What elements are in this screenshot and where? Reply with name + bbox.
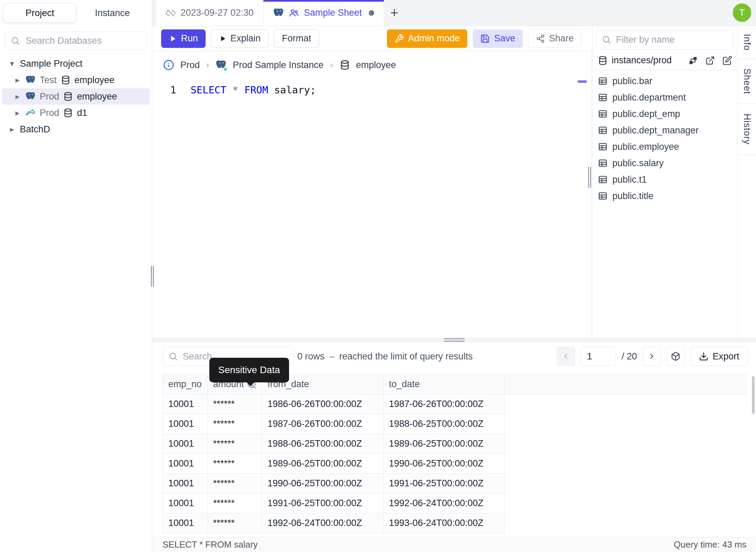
admin-mode-button[interactable]: Admin mode bbox=[387, 29, 468, 48]
export-button[interactable]: Export bbox=[690, 347, 748, 366]
tab-info[interactable]: Info bbox=[738, 26, 756, 59]
caret-right-icon[interactable]: ▸ bbox=[8, 124, 16, 134]
format-button[interactable]: Format bbox=[274, 29, 319, 48]
tree-item-sample-project[interactable]: ▾ Sample Project bbox=[2, 55, 150, 72]
tree-item-test-employee[interactable]: ▸ Test employee bbox=[2, 72, 150, 88]
page-number-input[interactable] bbox=[581, 347, 616, 366]
caret-down-icon[interactable]: ▾ bbox=[8, 59, 16, 68]
cell-filler bbox=[505, 454, 747, 474]
cell-to-date: 1989-06-25T00:00:00Z bbox=[383, 434, 505, 454]
tab-history[interactable]: History bbox=[738, 104, 756, 155]
project-label: BatchD bbox=[20, 124, 50, 135]
sheet-tab-sample-sheet[interactable]: Sample Sheet bbox=[263, 0, 384, 26]
tree-item-prod-d1[interactable]: ▸ Prod d1 bbox=[2, 105, 150, 121]
save-button[interactable]: Save bbox=[473, 29, 523, 48]
edit-icon[interactable] bbox=[722, 56, 732, 65]
table-row[interactable]: 10001 ****** 1988-06-25T00:00:00Z 1989-0… bbox=[163, 434, 747, 454]
tab-instance[interactable]: Instance bbox=[76, 3, 148, 23]
save-icon bbox=[480, 34, 490, 43]
table-list-item[interactable]: public.dept_manager bbox=[592, 122, 738, 139]
tab-sheet[interactable]: Sheet bbox=[738, 59, 756, 104]
results-divider bbox=[152, 337, 756, 343]
table-list-item[interactable]: public.employee bbox=[592, 139, 738, 155]
table-list-item[interactable]: public.dept_emp bbox=[592, 106, 738, 122]
new-tab-button[interactable]: + bbox=[384, 0, 405, 26]
results-status-bar: SELECT * FROM salary Query time: 43 ms bbox=[152, 537, 756, 552]
cell-amount-masked: ****** bbox=[208, 474, 262, 494]
cell-emp-no: 10001 bbox=[163, 494, 208, 513]
database-search[interactable] bbox=[5, 31, 147, 50]
table-name: public.dept_emp bbox=[612, 109, 680, 119]
cell-amount-masked: ****** bbox=[208, 454, 262, 474]
database-label: employee bbox=[77, 91, 117, 102]
cell-filler bbox=[505, 414, 747, 434]
info-icon[interactable] bbox=[163, 60, 174, 70]
tree-item-prod-employee[interactable]: ▸ Prod employee bbox=[2, 88, 150, 105]
results-resize-handle[interactable] bbox=[444, 338, 465, 343]
left-sidebar: Project Instance ▾ Sample Project ▸ Test… bbox=[0, 0, 152, 552]
table-icon bbox=[598, 109, 608, 119]
database-label: d1 bbox=[77, 108, 87, 118]
project-tree: ▾ Sample Project ▸ Test employee ▸ Prod … bbox=[0, 55, 152, 137]
next-page-button[interactable] bbox=[642, 347, 661, 366]
sidebar-resize-handle[interactable] bbox=[151, 266, 154, 287]
share-button[interactable]: Share bbox=[528, 29, 582, 48]
schema-panel-resize-handle[interactable] bbox=[588, 167, 591, 188]
table-row[interactable]: 10001 ****** 1989-06-25T00:00:00Z 1990-0… bbox=[163, 454, 747, 474]
tree-item-batchd[interactable]: ▸ BatchD bbox=[2, 121, 150, 137]
cell-amount-masked: ****** bbox=[208, 513, 262, 533]
table-list-item[interactable]: public.department bbox=[592, 89, 738, 106]
vertical-scrollbar[interactable] bbox=[752, 376, 755, 414]
cell-from-date: 1992-06-24T00:00:00Z bbox=[262, 513, 383, 533]
cell-from-date: 1986-06-26T00:00:00Z bbox=[262, 394, 383, 414]
cell-to-date: 1987-06-26T00:00:00Z bbox=[383, 394, 505, 414]
table-row[interactable]: 10001 ****** 1991-06-25T00:00:00Z 1992-0… bbox=[163, 494, 747, 513]
table-row[interactable]: 10001 ****** 1987-06-26T00:00:00Z 1988-0… bbox=[163, 414, 747, 434]
box-button[interactable] bbox=[666, 347, 685, 366]
filter-box[interactable] bbox=[597, 30, 733, 50]
avatar[interactable]: T bbox=[733, 3, 751, 22]
breadcrumb-environment[interactable]: Prod bbox=[180, 60, 200, 70]
caret-right-icon[interactable]: ▸ bbox=[14, 108, 21, 118]
caret-right-icon[interactable]: ▸ bbox=[14, 75, 21, 85]
table-list-item[interactable]: public.t1 bbox=[592, 171, 738, 188]
search-databases-input[interactable] bbox=[25, 35, 147, 47]
table-name: public.employee bbox=[612, 142, 679, 152]
column-header-to-date[interactable]: to_date bbox=[383, 374, 505, 394]
cell-amount-masked: ****** bbox=[208, 414, 262, 434]
cell-emp-no: 10001 bbox=[163, 414, 208, 434]
sheet-tab-unsaved[interactable]: 2023-09-27 02:30 bbox=[156, 0, 263, 26]
sensitive-data-tooltip: Sensitive Data bbox=[209, 358, 289, 382]
filter-by-name-input[interactable] bbox=[615, 34, 728, 45]
column-header-emp-no[interactable]: emp_no bbox=[163, 374, 208, 394]
table-list-item[interactable]: public.title bbox=[592, 188, 738, 204]
table-row[interactable]: 10001 ****** 1990-06-25T00:00:00Z 1991-0… bbox=[163, 474, 747, 494]
table-icon bbox=[598, 158, 608, 168]
breadcrumb: Prod › Prod Sample Instance › employee bbox=[152, 55, 591, 75]
table-name: public.bar bbox=[612, 76, 652, 87]
sql-editor-region[interactable]: Prod › Prod Sample Instance › employee 1… bbox=[152, 51, 592, 337]
sql-text: SELECT * FROM salary; bbox=[191, 84, 316, 96]
cell-to-date: 1990-06-25T00:00:00Z bbox=[383, 454, 505, 474]
database-icon bbox=[340, 60, 350, 70]
cell-filler bbox=[505, 494, 747, 513]
tab-project[interactable]: Project bbox=[3, 3, 76, 23]
explain-button[interactable]: Explain bbox=[211, 29, 269, 48]
breadcrumb-instance[interactable]: Prod Sample Instance bbox=[233, 60, 324, 70]
table-list-item[interactable]: public.salary bbox=[592, 155, 738, 171]
instance-header-row: instances/prod bbox=[592, 51, 738, 70]
download-icon bbox=[699, 352, 708, 361]
environment-label: Prod bbox=[40, 108, 59, 118]
run-button[interactable]: Run bbox=[161, 29, 206, 48]
caret-right-icon[interactable]: ▸ bbox=[14, 92, 21, 101]
prev-page-button[interactable] bbox=[557, 347, 575, 366]
table-list-item[interactable]: public.bar bbox=[592, 73, 738, 89]
table-name: public.title bbox=[612, 191, 653, 201]
cell-amount-masked: ****** bbox=[208, 494, 262, 513]
table-row[interactable]: 10001 ****** 1986-06-26T00:00:00Z 1987-0… bbox=[163, 394, 747, 414]
external-link-icon[interactable] bbox=[705, 56, 715, 65]
online-status-dot bbox=[223, 67, 227, 71]
schema-diagram-icon[interactable] bbox=[688, 56, 698, 65]
table-row[interactable]: 10001 ****** 1992-06-24T00:00:00Z 1993-0… bbox=[163, 513, 747, 533]
breadcrumb-database[interactable]: employee bbox=[356, 60, 396, 70]
